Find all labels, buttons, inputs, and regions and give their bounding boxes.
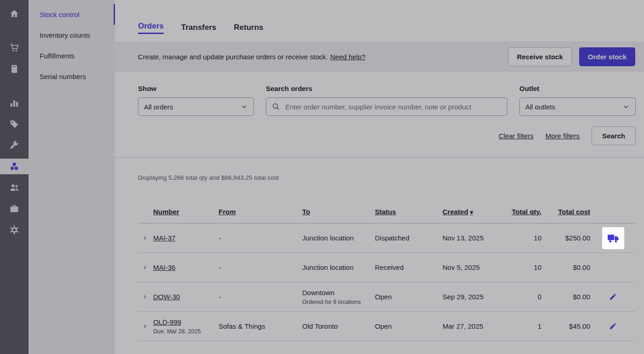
search-icon [272, 103, 280, 111]
rail-item-catalog[interactable] [0, 62, 29, 76]
outlet-select[interactable]: All outlets [519, 97, 636, 116]
column-header-number[interactable]: Number [153, 208, 179, 216]
totals-summary: Displaying 5,266 total qty and $86,943.2… [138, 174, 636, 181]
wrench-icon [9, 140, 19, 150]
edit-order-button[interactable] [607, 320, 619, 332]
search-input[interactable] [284, 103, 501, 111]
table-row: MAI-36 - Junction location Received Nov … [138, 253, 636, 282]
tab-bar: Orders Transfers Returns [115, 0, 644, 41]
truck-icon [607, 233, 619, 244]
created-cell: Nov 13, 2025 [443, 234, 501, 242]
total-cost-cell: $0.00 [541, 293, 590, 301]
orders-table: Number From To Status Created▾ Total qty… [138, 200, 636, 341]
to-cell: Old Toronto [302, 322, 375, 330]
to-cell: Downtown Ordered for 6 locations [302, 289, 375, 305]
status-cell: Open [375, 293, 443, 301]
edit-order-button[interactable] [607, 291, 619, 303]
to-cell: Junction location [302, 263, 375, 271]
to-note: Ordered for 6 locations [302, 299, 375, 305]
rail-item-customers[interactable] [0, 181, 29, 194]
total-qty-cell: 0 [501, 293, 541, 301]
order-number-link[interactable]: OLD-999 [153, 318, 181, 326]
to-cell: Junction location [302, 234, 375, 242]
tab-transfers[interactable]: Transfers [181, 23, 217, 34]
column-header-total-qty[interactable]: Total qty. [512, 208, 541, 216]
need-help-link[interactable]: Need help? [330, 53, 366, 61]
created-cell: Nov 5, 2025 [443, 263, 501, 271]
search-button[interactable]: Search [592, 126, 636, 145]
from-cell: - [218, 234, 302, 242]
sidebar-item-stock-control[interactable]: Stock control [29, 4, 115, 25]
search-box [266, 97, 507, 116]
chevron-down-icon [241, 103, 248, 110]
total-cost-cell: $0.00 [541, 263, 590, 271]
row-expander-icon[interactable] [138, 294, 153, 300]
show-select[interactable]: All orders [138, 97, 254, 116]
total-qty-cell: 1 [501, 322, 541, 330]
banner-message: Create, manage and update purchase order… [138, 53, 328, 61]
receive-order-button[interactable] [602, 227, 624, 249]
show-filter: Show All orders [138, 85, 254, 116]
people-icon [9, 183, 19, 193]
from-cell: Sofas & Things [218, 322, 302, 330]
rail-item-stock-control[interactable] [0, 159, 29, 174]
receive-stock-button[interactable]: Receive stock [508, 47, 572, 66]
order-number-link[interactable]: DOW-30 [153, 293, 180, 301]
show-label: Show [138, 85, 254, 92]
briefcase-icon [9, 204, 19, 214]
chevron-down-icon [622, 103, 630, 110]
nav-rail [0, 0, 29, 354]
created-cell: Mar 27, 2025 [443, 322, 501, 330]
sidebar-item-inventory-counts[interactable]: Inventory counts [29, 25, 115, 46]
total-qty-cell: 10 [501, 263, 541, 271]
sidebar: Stock control Inventory counts Fulfillme… [29, 0, 115, 354]
sidebar-item-serial-numbers[interactable]: Serial numbers [29, 66, 115, 87]
stock-boxes-icon [9, 161, 19, 171]
pencil-icon [609, 322, 617, 330]
column-header-from[interactable]: From [218, 208, 236, 216]
gear-icon [9, 225, 19, 235]
table-row: MAI-37 - Junction location Dispatched No… [138, 223, 636, 253]
show-select-value: All orders [144, 103, 173, 111]
column-header-to[interactable]: To [302, 208, 310, 216]
column-header-status[interactable]: Status [375, 208, 396, 216]
column-header-created[interactable]: Created▾ [443, 208, 473, 216]
info-banner: Create, manage and update purchase order… [115, 41, 644, 72]
status-cell: Open [375, 322, 443, 330]
sort-caret-icon: ▾ [470, 209, 473, 216]
search-filter: Search orders [266, 85, 507, 116]
clear-filters-link[interactable]: Clear filters [499, 132, 534, 140]
app-window: Stock control Inventory counts Fulfillme… [0, 0, 644, 354]
table-header-row: Number From To Status Created▾ Total qty… [138, 200, 636, 223]
created-cell: Sep 29, 2025 [443, 293, 501, 301]
rail-item-settings[interactable] [0, 223, 29, 237]
rail-item-price-tags[interactable] [0, 117, 29, 131]
row-expander-icon[interactable] [138, 324, 153, 329]
table-row: DOW-30 - Downtown Ordered for 6 location… [138, 282, 636, 312]
from-cell: - [218, 263, 302, 271]
rail-item-reporting[interactable] [0, 96, 29, 110]
orders-content: Displaying 5,266 total qty and $86,943.2… [115, 158, 644, 354]
bar-chart-icon [9, 98, 19, 108]
sidebar-item-fulfillments[interactable]: Fulfillments [29, 46, 115, 66]
order-number-link[interactable]: MAI-37 [153, 234, 175, 242]
order-stock-button[interactable]: Order stock [579, 47, 635, 66]
due-date-note: Due: Mar 28, 2025 [153, 328, 218, 335]
rail-item-sell[interactable] [0, 41, 29, 55]
book-icon [9, 64, 19, 74]
status-cell: Dispatched [375, 234, 443, 242]
filters-section: Show All orders Search orders Outlet [115, 72, 644, 158]
tab-returns[interactable]: Returns [234, 23, 263, 34]
more-filters-link[interactable]: More filters [546, 132, 580, 140]
row-expander-icon[interactable] [138, 235, 153, 241]
total-cost-cell: $45.00 [541, 322, 590, 330]
rail-item-workspace[interactable] [0, 202, 29, 216]
rail-item-setup[interactable] [0, 138, 29, 152]
rail-item-home[interactable] [0, 7, 29, 21]
tab-orders[interactable]: Orders [138, 22, 164, 34]
row-expander-icon[interactable] [138, 265, 153, 270]
order-number-link[interactable]: MAI-36 [153, 263, 175, 271]
cart-icon [9, 43, 19, 53]
column-header-total-cost[interactable]: Total cost [558, 208, 590, 216]
home-icon [9, 9, 19, 19]
